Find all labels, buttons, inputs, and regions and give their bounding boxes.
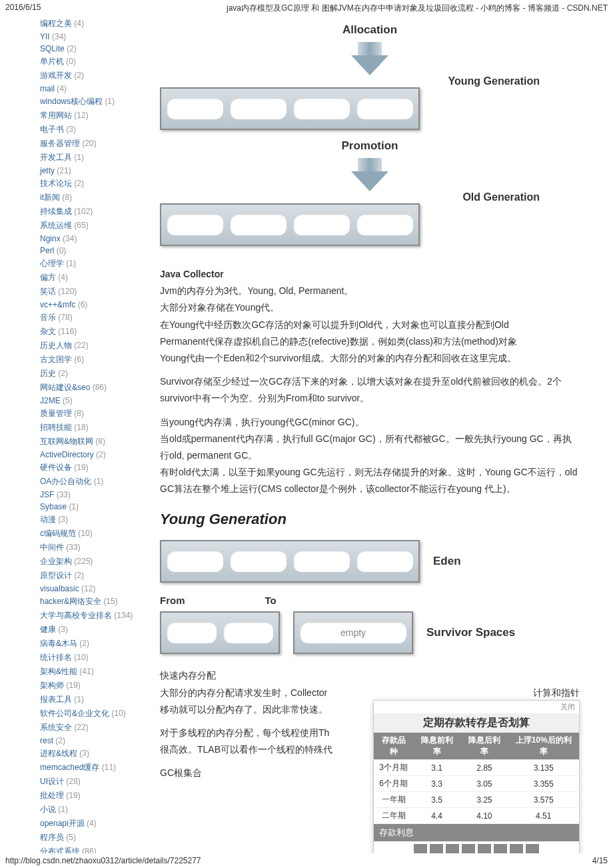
sidebar-category-item[interactable]: 持续集成 (102) <box>40 205 143 219</box>
category-link[interactable]: 单片机 <box>40 57 64 66</box>
sidebar-category-item[interactable]: 招聘技能 (18) <box>40 421 143 435</box>
category-link[interactable]: windows核心编程 <box>40 97 103 106</box>
sidebar-category-item[interactable]: 技术论坛 (2) <box>40 177 143 191</box>
category-link[interactable]: 进程&线程 <box>40 749 77 758</box>
sidebar-category-item[interactable]: vc++&mfc (6) <box>40 299 143 311</box>
sidebar-category-item[interactable]: it新闻 (8) <box>40 191 143 205</box>
sidebar-category-item[interactable]: 服务器管理 (20) <box>40 137 143 151</box>
category-link[interactable]: 健康 <box>40 625 56 634</box>
category-link[interactable]: 架构师 <box>40 681 64 690</box>
sidebar-category-item[interactable]: visualbasic (12) <box>40 583 143 595</box>
category-link[interactable]: 架构&性能 <box>40 667 77 676</box>
sidebar-category-item[interactable]: 系统运维 (65) <box>40 219 143 233</box>
category-link[interactable]: 古文国学 <box>40 355 72 364</box>
sidebar-category-item[interactable]: 电子书 (3) <box>40 123 143 137</box>
category-link[interactable]: memcached缓存 <box>40 763 99 772</box>
sidebar-category-item[interactable]: 进程&线程 (3) <box>40 747 143 761</box>
popup-close-button[interactable]: 关闭 <box>374 701 579 713</box>
sidebar-category-item[interactable]: 病毒&木马 (2) <box>40 637 143 651</box>
sidebar-category-item[interactable]: 笑话 (120) <box>40 285 143 299</box>
category-link[interactable]: 硬件设备 <box>40 463 72 472</box>
category-link[interactable]: rest <box>40 736 53 745</box>
category-link[interactable]: Perl <box>40 246 54 255</box>
sidebar-category-item[interactable]: OA办公自动化 (1) <box>40 475 143 489</box>
category-link[interactable]: 招聘技能 <box>40 423 72 432</box>
sidebar-category-item[interactable]: 开发工具 (1) <box>40 151 143 165</box>
sidebar-category-item[interactable]: 健康 (3) <box>40 623 143 637</box>
sidebar-category-item[interactable]: 程序员 (5) <box>40 831 143 845</box>
category-link[interactable]: 网站建设&seo <box>40 383 90 392</box>
category-link[interactable]: it新闻 <box>40 193 60 202</box>
sidebar-category-item[interactable]: SQLite (2) <box>40 43 143 55</box>
category-link[interactable]: 软件公司&企业文化 <box>40 709 109 718</box>
category-link[interactable]: 统计排名 <box>40 653 72 662</box>
sidebar-category-item[interactable]: Perl (0) <box>40 245 143 257</box>
sidebar-category-item[interactable]: jetty (21) <box>40 165 143 177</box>
sidebar-category-item[interactable]: 企业架构 (225) <box>40 555 143 569</box>
sidebar-category-item[interactable]: J2ME (5) <box>40 395 143 407</box>
category-link[interactable]: UI设计 <box>40 777 64 786</box>
category-link[interactable]: c编码规范 <box>40 529 76 538</box>
category-link[interactable]: 原型设计 <box>40 571 72 580</box>
sidebar-category-item[interactable]: 古文国学 (6) <box>40 353 143 367</box>
sidebar-category-item[interactable]: memcached缓存 (11) <box>40 761 143 775</box>
category-link[interactable]: 程序员 <box>40 833 64 842</box>
sidebar-category-item[interactable]: 架构&性能 (41) <box>40 665 143 679</box>
category-link[interactable]: OA办公自动化 <box>40 477 91 486</box>
category-link[interactable]: 游戏开发 <box>40 71 72 80</box>
category-link[interactable]: vc++&mfc <box>40 300 75 309</box>
category-link[interactable]: Sybase <box>40 502 67 511</box>
category-link[interactable]: 大学与高校专业排名 <box>40 611 112 620</box>
sidebar-category-item[interactable]: 原型设计 (2) <box>40 569 143 583</box>
sidebar-category-item[interactable]: windows核心编程 (1) <box>40 95 143 109</box>
sidebar-category-item[interactable]: 常用网站 (12) <box>40 109 143 123</box>
category-link[interactable]: 小说 <box>40 805 56 814</box>
category-link[interactable]: 系统安全 <box>40 723 72 732</box>
category-link[interactable]: 动漫 <box>40 515 56 524</box>
sidebar-category-item[interactable]: 单片机 (0) <box>40 55 143 69</box>
sidebar-category-item[interactable]: 报表工具 (1) <box>40 693 143 707</box>
category-link[interactable]: Nginx <box>40 234 61 243</box>
sidebar-category-item[interactable]: hacker&网络安全 (15) <box>40 595 143 609</box>
category-link[interactable]: 音乐 <box>40 313 56 322</box>
category-link[interactable]: JSF <box>40 490 54 499</box>
sidebar-category-item[interactable]: 质量管理 (8) <box>40 407 143 421</box>
sidebar-category-item[interactable]: 游戏开发 (2) <box>40 69 143 83</box>
sidebar-category-item[interactable]: 互联网&物联网 (8) <box>40 435 143 449</box>
sidebar-category-item[interactable]: 偏方 (4) <box>40 271 143 285</box>
category-link[interactable]: 质量管理 <box>40 409 72 418</box>
category-link[interactable]: 杂文 <box>40 327 56 336</box>
category-link[interactable]: jetty <box>40 166 55 175</box>
sidebar-category-item[interactable]: mail (4) <box>40 83 143 95</box>
sidebar-category-item[interactable]: 编程之美 (4) <box>40 17 143 31</box>
sidebar-category-item[interactable]: rest (2) <box>40 735 143 747</box>
category-link[interactable]: 编程之美 <box>40 19 72 28</box>
sidebar-category-item[interactable]: 小说 (1) <box>40 803 143 817</box>
sidebar-category-item[interactable]: 历史人物 (22) <box>40 339 143 353</box>
category-link[interactable]: J2ME <box>40 396 61 405</box>
sidebar-category-item[interactable]: 架构师 (19) <box>40 679 143 693</box>
category-link[interactable]: 互联网&物联网 <box>40 437 93 446</box>
category-link[interactable]: YII <box>40 32 50 41</box>
sidebar-category-item[interactable]: 统计排名 (10) <box>40 651 143 665</box>
sidebar-category-item[interactable]: 音乐 (78) <box>40 311 143 325</box>
sidebar-category-item[interactable]: 大学与高校专业排名 (134) <box>40 609 143 623</box>
category-link[interactable]: 系统运维 <box>40 221 72 230</box>
sidebar-category-item[interactable]: 软件公司&企业文化 (10) <box>40 707 143 721</box>
category-link[interactable]: 技术论坛 <box>40 179 72 188</box>
sidebar-category-item[interactable]: 网站建设&seo (86) <box>40 381 143 395</box>
category-link[interactable]: 服务器管理 <box>40 139 80 148</box>
category-link[interactable]: 开发工具 <box>40 153 72 162</box>
category-link[interactable]: hacker&网络安全 <box>40 597 101 606</box>
sidebar-category-item[interactable]: Sybase (1) <box>40 501 143 513</box>
category-link[interactable]: 企业架构 <box>40 557 72 566</box>
sidebar-category-item[interactable]: 动漫 (3) <box>40 513 143 527</box>
sidebar-category-item[interactable]: 系统安全 (22) <box>40 721 143 735</box>
sidebar-category-item[interactable]: 批处理 (19) <box>40 789 143 803</box>
category-link[interactable]: SQLite <box>40 44 65 53</box>
category-link[interactable]: visualbasic <box>40 584 79 593</box>
category-link[interactable]: 病毒&木马 <box>40 639 77 648</box>
sidebar-category-item[interactable]: YII (34) <box>40 31 143 43</box>
category-link[interactable]: 偏方 <box>40 273 56 282</box>
sidebar-category-item[interactable]: UI设计 (28) <box>40 775 143 789</box>
